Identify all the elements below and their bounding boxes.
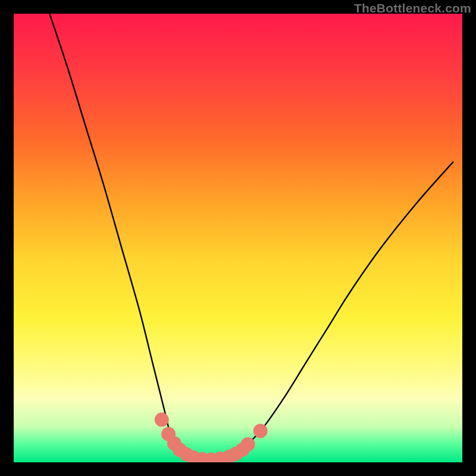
marker-group bbox=[155, 412, 268, 462]
curve-marker bbox=[241, 437, 255, 452]
bottleneck-curve bbox=[49, 14, 453, 460]
plot-area bbox=[14, 14, 462, 462]
chart-frame: TheBottleneck.com bbox=[0, 0, 476, 476]
chart-svg bbox=[14, 14, 462, 462]
curve-marker bbox=[253, 424, 268, 438]
curve-marker bbox=[155, 412, 169, 427]
